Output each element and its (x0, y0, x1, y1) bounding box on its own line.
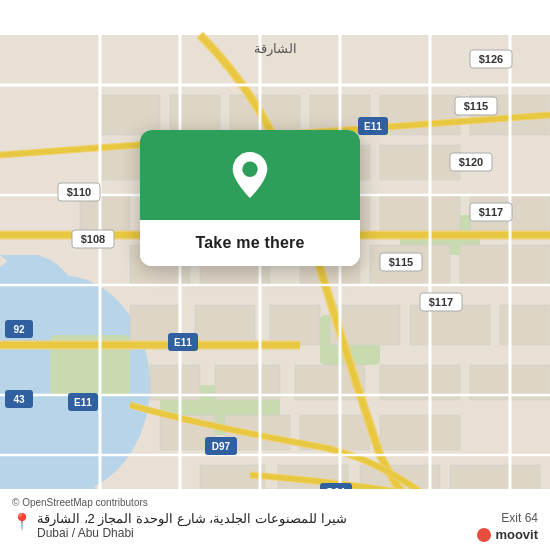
take-me-there-button[interactable]: Take me there (140, 220, 360, 266)
svg-text:$117: $117 (429, 296, 453, 308)
popup-card: Take me there (140, 130, 360, 266)
svg-rect-8 (100, 95, 160, 135)
location-text-block: شيرا للمصنوعات الجلدية، شارع الوحدة المج… (37, 511, 347, 540)
pin-icon: 📍 (12, 512, 32, 531)
svg-text:92: 92 (13, 324, 25, 335)
location-name-arabic: شيرا للمصنوعات الجلدية، شارع الوحدة المج… (37, 511, 347, 526)
svg-text:E11: E11 (74, 397, 92, 408)
svg-rect-18 (380, 145, 460, 180)
svg-rect-31 (195, 305, 255, 345)
svg-rect-35 (500, 305, 550, 345)
svg-text:$115: $115 (389, 256, 413, 268)
svg-text:الشارقة: الشارقة (254, 41, 297, 57)
popup-green-header (140, 130, 360, 220)
svg-rect-29 (460, 245, 550, 285)
exit-badge: Exit 64 (501, 511, 538, 525)
svg-text:$120: $120 (459, 156, 483, 168)
svg-text:$117: $117 (479, 206, 503, 218)
svg-point-99 (242, 162, 257, 177)
map-background: $126 $115 $110 $120 $108 $117 $115 $117 … (0, 0, 550, 550)
svg-rect-32 (270, 305, 320, 345)
svg-text:$115: $115 (464, 100, 488, 112)
svg-text:E11: E11 (364, 121, 382, 132)
svg-text:43: 43 (13, 394, 25, 405)
svg-rect-44 (380, 415, 460, 450)
bottom-bar: © OpenStreetMap contributors 📍 شيرا للمص… (0, 489, 550, 550)
location-row: 📍 شيرا للمصنوعات الجلدية، شارع الوحدة ال… (12, 511, 538, 540)
moovit-dot-icon (477, 528, 491, 542)
svg-rect-9 (170, 95, 220, 135)
svg-text:$108: $108 (81, 233, 105, 245)
osm-attribution: © OpenStreetMap contributors (12, 497, 538, 508)
location-pin-icon (228, 150, 272, 200)
svg-text:E11: E11 (174, 337, 192, 348)
svg-text:$126: $126 (479, 53, 503, 65)
svg-rect-23 (380, 195, 460, 235)
location-info: 📍 شيرا للمصنوعات الجلدية، شارع الوحدة ال… (12, 511, 458, 540)
svg-text:D97: D97 (212, 441, 231, 452)
location-subtext: Dubai / Abu Dhabi (37, 526, 347, 540)
svg-text:$110: $110 (67, 186, 91, 198)
map-container: $126 $115 $110 $120 $108 $117 $115 $117 … (0, 0, 550, 550)
moovit-brand: moovit (495, 527, 538, 542)
moovit-logo: moovit (477, 527, 538, 542)
